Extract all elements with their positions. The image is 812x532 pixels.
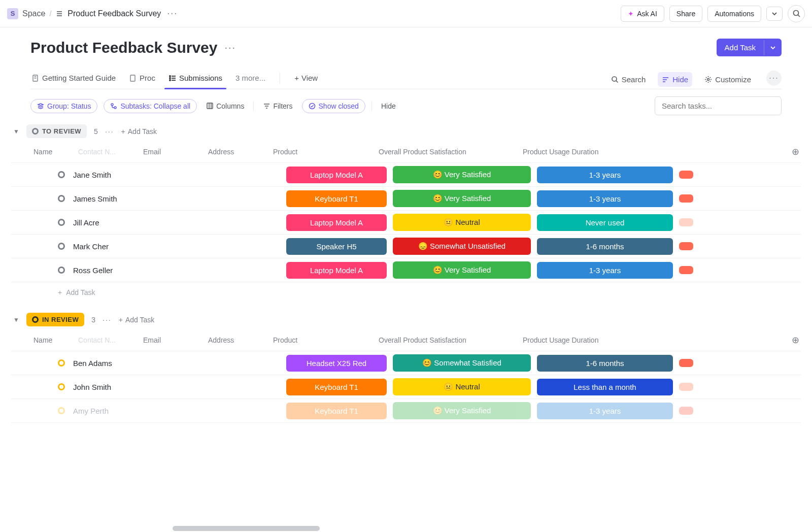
table-row[interactable]: John Smith Keyboard T1 😐 Neutral Less th… bbox=[11, 375, 801, 399]
task-name[interactable]: Jill Acre bbox=[73, 218, 286, 227]
collapse-caret-icon[interactable]: ▼ bbox=[13, 316, 19, 323]
status-pill[interactable]: IN REVIEW bbox=[26, 313, 84, 326]
status-ring-icon[interactable] bbox=[58, 195, 65, 202]
task-name[interactable]: Jane Smith bbox=[73, 171, 286, 179]
breadcrumb-more-icon[interactable]: ··· bbox=[165, 8, 180, 19]
status-ring-icon[interactable] bbox=[58, 359, 65, 367]
add-column-icon[interactable]: ⊕ bbox=[790, 335, 801, 346]
status-pill[interactable]: TO REVIEW bbox=[26, 124, 87, 138]
table-row[interactable]: Jill Acre Laptop Model A 😐 Neutral Never… bbox=[11, 211, 801, 235]
col-name[interactable]: Name bbox=[33, 336, 78, 344]
global-search-button[interactable] bbox=[788, 5, 805, 22]
product-badge[interactable]: Keyboard T1 bbox=[286, 379, 387, 395]
satisfaction-badge[interactable]: 😊 Very Satisfied bbox=[393, 190, 531, 207]
duration-badge[interactable]: 1-3 years bbox=[537, 403, 673, 419]
duration-badge[interactable]: 1-3 years bbox=[537, 262, 673, 279]
share-button[interactable]: Share bbox=[669, 6, 702, 22]
duration-badge[interactable]: 1-3 years bbox=[537, 190, 673, 207]
table-row[interactable]: James Smith Keyboard T1 😊 Very Satisfied… bbox=[11, 187, 801, 211]
product-badge[interactable]: Keyboard T1 bbox=[286, 403, 387, 419]
col-satisfaction[interactable]: Overall Product Satisfaction bbox=[379, 336, 523, 344]
chevron-down-icon[interactable] bbox=[764, 40, 782, 55]
satisfaction-badge[interactable]: 😊 Somewhat Satisfied bbox=[393, 354, 531, 372]
satisfaction-badge[interactable]: 😐 Neutral bbox=[393, 378, 531, 395]
group-more-icon[interactable]: ··· bbox=[105, 127, 114, 136]
topbar-caret-button[interactable] bbox=[766, 7, 783, 21]
task-name[interactable]: Ben Adams bbox=[73, 359, 286, 368]
satisfaction-badge[interactable]: 😞 Somewhat Unsatisfied bbox=[393, 238, 531, 255]
table-row[interactable]: Ben Adams Headset X25 Red 😊 Somewhat Sat… bbox=[11, 351, 801, 375]
task-name[interactable]: James Smith bbox=[73, 194, 286, 203]
task-name[interactable]: Mark Cher bbox=[73, 242, 286, 251]
filters-button[interactable]: Filters bbox=[260, 100, 295, 112]
tab-getting-started[interactable]: Getting Started Guide bbox=[30, 70, 117, 89]
table-row[interactable]: Mark Cher Speaker H5 😞 Somewhat Unsatisf… bbox=[11, 235, 801, 258]
add-view-button[interactable]: + View bbox=[293, 70, 319, 89]
status-ring-icon[interactable] bbox=[58, 383, 65, 390]
extra-badge[interactable] bbox=[679, 359, 693, 367]
search-button[interactable]: Search bbox=[607, 72, 650, 87]
extra-badge[interactable] bbox=[679, 171, 693, 179]
hide-button[interactable]: Hide bbox=[658, 72, 692, 87]
product-badge[interactable]: Laptop Model A bbox=[286, 214, 387, 231]
add-task-row[interactable]: +Add Task bbox=[11, 282, 801, 298]
extra-badge[interactable] bbox=[679, 407, 693, 415]
duration-badge[interactable]: Never used bbox=[537, 214, 673, 231]
extra-badge[interactable] bbox=[679, 266, 693, 274]
title-more-icon[interactable]: ··· bbox=[224, 42, 236, 53]
col-product[interactable]: Product bbox=[273, 148, 379, 156]
tab-more[interactable]: 3 more... bbox=[234, 70, 266, 89]
toolbar-more-icon[interactable]: ··· bbox=[766, 71, 782, 86]
product-badge[interactable]: Laptop Model A bbox=[286, 167, 387, 183]
satisfaction-badge[interactable]: 😊 Very Satisfied bbox=[393, 402, 531, 419]
product-badge[interactable]: Headset X25 Red bbox=[286, 355, 387, 372]
add-column-icon[interactable]: ⊕ bbox=[790, 146, 801, 157]
status-ring-icon[interactable] bbox=[58, 243, 65, 250]
task-name[interactable]: Amy Perth bbox=[73, 407, 286, 415]
task-name[interactable]: John Smith bbox=[73, 383, 286, 391]
satisfaction-badge[interactable]: 😊 Very Satisfied bbox=[393, 166, 531, 183]
col-email[interactable]: Email bbox=[143, 336, 208, 344]
tab-proc[interactable]: Proc bbox=[128, 70, 156, 89]
status-ring-icon[interactable] bbox=[58, 219, 65, 226]
col-duration[interactable]: Product Usage Duration bbox=[523, 148, 664, 156]
automations-button[interactable]: Automations bbox=[707, 6, 761, 22]
breadcrumb-space[interactable]: Space bbox=[22, 9, 45, 18]
product-badge[interactable]: Laptop Model A bbox=[286, 262, 387, 279]
duration-badge[interactable]: Less than a month bbox=[537, 379, 673, 395]
col-contact[interactable]: Contact N... bbox=[78, 336, 143, 344]
col-name[interactable]: Name bbox=[33, 148, 78, 156]
search-tasks-input[interactable] bbox=[655, 96, 782, 115]
group-chip[interactable]: Group: Status bbox=[30, 99, 97, 113]
col-duration[interactable]: Product Usage Duration bbox=[523, 336, 664, 344]
table-row[interactable]: Amy Perth Keyboard T1 😊 Very Satisfied 1… bbox=[11, 399, 801, 423]
col-product[interactable]: Product bbox=[273, 336, 379, 344]
extra-badge[interactable] bbox=[679, 383, 693, 391]
hide-chips-button[interactable]: Hide bbox=[378, 100, 399, 112]
col-satisfaction[interactable]: Overall Product Satisfaction bbox=[379, 148, 523, 156]
status-ring-icon[interactable] bbox=[58, 267, 65, 274]
task-name[interactable]: Ross Geller bbox=[73, 266, 286, 275]
duration-badge[interactable]: 1-6 months bbox=[537, 238, 673, 255]
group-add-task[interactable]: +Add Task bbox=[121, 127, 157, 136]
col-email[interactable]: Email bbox=[143, 148, 208, 156]
satisfaction-badge[interactable]: 😊 Very Satisfied bbox=[393, 261, 531, 279]
collapse-caret-icon[interactable]: ▼ bbox=[13, 128, 19, 135]
duration-badge[interactable]: 1-6 months bbox=[537, 355, 673, 372]
col-address[interactable]: Address bbox=[208, 336, 273, 344]
status-ring-icon[interactable] bbox=[58, 171, 65, 178]
show-closed-chip[interactable]: Show closed bbox=[302, 99, 365, 113]
satisfaction-badge[interactable]: 😐 Neutral bbox=[393, 214, 531, 231]
product-badge[interactable]: Keyboard T1 bbox=[286, 190, 387, 207]
extra-badge[interactable] bbox=[679, 242, 693, 250]
group-more-icon[interactable]: ··· bbox=[103, 316, 112, 324]
customize-button[interactable]: Customize bbox=[700, 72, 755, 87]
table-row[interactable]: Jane Smith Laptop Model A 😊 Very Satisfi… bbox=[11, 163, 801, 187]
status-ring-icon[interactable] bbox=[58, 407, 65, 414]
product-badge[interactable]: Speaker H5 bbox=[286, 238, 387, 255]
col-address[interactable]: Address bbox=[208, 148, 273, 156]
add-task-button[interactable]: Add Task bbox=[717, 39, 782, 56]
extra-badge[interactable] bbox=[679, 218, 693, 226]
ask-ai-button[interactable]: ✦Ask AI bbox=[621, 6, 664, 22]
tab-submissions[interactable]: Submissions bbox=[167, 70, 223, 89]
